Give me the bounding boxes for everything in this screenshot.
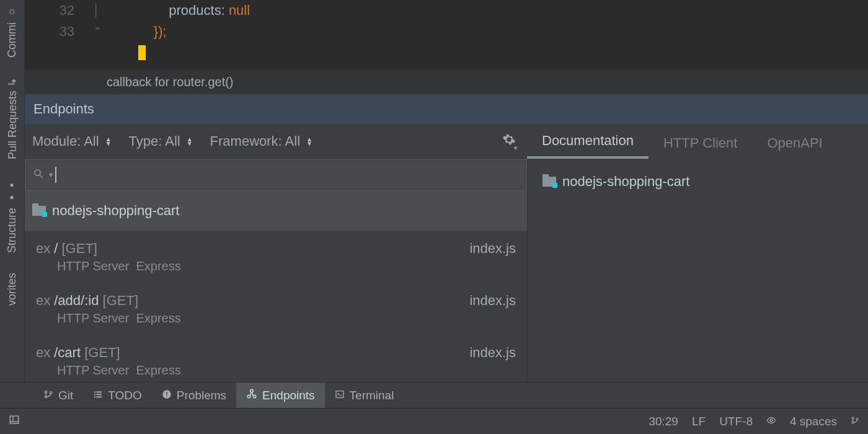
endpoint-row[interactable]: ex/ [GET] index.js HTTP Server Express [25,231,527,283]
tab-openapi[interactable]: OpenAPI [752,128,837,159]
endpoint-row[interactable]: ex/add/:id [GET] index.js HTTP Server Ex… [25,283,527,335]
eye-icon [766,415,776,425]
tool-window-title[interactable]: Endpoints [25,94,868,124]
indent [93,24,154,39]
folder-icon [32,206,46,216]
list-icon [93,389,103,402]
filter-framework[interactable]: Framework: All ▲▼ [210,133,312,149]
input-caret [55,167,56,183]
svg-rect-6 [97,391,102,392]
warning-icon [162,389,172,402]
tab-label: Terminal [350,389,394,402]
colon: : [221,2,229,18]
line-separator[interactable]: LF [692,415,706,428]
endpoint-path: / [54,241,58,256]
framework-badge: ex [36,345,50,360]
commit-icon: ○ [6,6,19,19]
svg-point-22 [852,417,854,419]
chevron-down-icon: ▾ [49,170,53,179]
svg-point-16 [250,389,254,392]
tab-http-client[interactable]: HTTP Client [649,128,752,159]
indent-setting[interactable]: 4 spaces [790,415,837,428]
bottom-tab-terminal[interactable]: Terminal [325,383,404,409]
endpoint-framework: Express [136,311,180,325]
bottom-tool-tabs: Git TODO Problems Endpoints Terminal [0,382,868,408]
line-number [25,42,74,63]
endpoint-path: /cart [54,345,81,360]
indent [93,2,169,18]
filter-module[interactable]: Module: All ▲▼ [32,133,112,149]
sort-icon: ▲▼ [105,137,112,146]
tab-label: Git [58,389,73,402]
svg-point-24 [856,418,858,420]
cursor-position[interactable]: 30:29 [649,415,678,428]
svg-rect-5 [94,391,95,392]
line-number: 32 [25,0,74,21]
endpoint-method: [GET] [103,293,138,308]
layout-icon [9,414,20,425]
endpoint-server: HTTP Server [57,259,129,273]
endpoint-method: [GET] [62,241,97,256]
svg-line-1 [40,175,43,178]
filter-type[interactable]: Type: All ▲▼ [129,133,193,149]
sidebar-tab-structure[interactable]: Structure ▪▪ [6,173,19,259]
endpoint-framework: Express [136,259,180,273]
git-branch-status[interactable] [851,415,859,428]
status-right-group: 30:29 LF UTF-8 4 spaces [649,415,859,428]
chevron-down-icon: ▾ [514,144,517,151]
gutter: 32 33 [25,0,93,63]
svg-rect-7 [94,394,95,395]
svg-rect-10 [97,396,102,397]
line-number: 33 [25,21,74,42]
sidebar-label: Pull Requests [6,91,19,159]
documentation-project-row[interactable]: nodejs-shopping-cart [542,174,853,190]
sidebar-label: Commi [6,22,19,58]
code-text: }); [154,24,167,39]
svg-point-0 [35,170,40,175]
svg-point-23 [852,422,854,423]
project-group-row[interactable]: nodejs-shopping-cart [25,191,527,231]
tab-documentation[interactable]: Documentation [527,125,649,159]
endpoints-icon [246,388,257,402]
readonly-toggle[interactable] [766,415,776,428]
documentation-pane: nodejs-shopping-cart [527,159,868,382]
null-keyword: null [229,2,250,18]
bottom-tab-todo[interactable]: TODO [83,383,152,409]
endpoints-list: nodejs-shopping-cart ex/ [GET] index.js … [25,191,527,382]
encoding[interactable]: UTF-8 [719,415,753,428]
code-area[interactable]: products: null }); [93,0,250,63]
bottom-tab-endpoints[interactable]: Endpoints [236,383,325,409]
endpoint-path: /add/:id [54,293,99,308]
sidebar-label: Structure [6,208,19,253]
bottom-tab-git[interactable]: Git [33,383,83,409]
code-editor[interactable]: 32 33 │ ⌃ products: null }); [25,0,868,71]
bottom-tab-problems[interactable]: Problems [152,383,236,409]
settings-button[interactable]: ▾ [502,133,516,150]
breadcrumb-hint[interactable]: callback for router.get() [25,69,868,94]
sidebar-tab-pull-requests[interactable]: Pull Requests ↳ [6,71,19,166]
tab-label: Endpoints [262,389,315,402]
framework-badge: ex [36,241,50,256]
sort-icon: ▲▼ [306,137,312,146]
object-key: products [169,2,221,18]
sidebar-tab-commit[interactable]: Commi ○ [6,0,19,64]
tab-label: Problems [177,389,226,402]
svg-rect-18 [10,416,19,423]
svg-rect-17 [336,391,343,397]
sidebar-label: vorites [6,273,19,306]
endpoint-row[interactable]: ex/cart [GET] index.js HTTP Server Expre… [25,335,527,382]
svg-point-3 [45,396,46,397]
terminal-icon [335,389,345,402]
tab-label: TODO [108,389,142,402]
endpoint-file: index.js [469,293,516,309]
framework-badge: ex [36,293,50,308]
filter-label: Framework: All [210,133,300,149]
svg-rect-8 [97,394,102,395]
endpoint-file: index.js [469,241,516,257]
filter-label: Type: All [129,133,180,149]
tool-windows-toggle[interactable] [9,414,20,428]
folder-icon [542,177,556,187]
svg-point-4 [50,391,51,393]
sidebar-tab-favorites[interactable]: vorites [6,267,19,312]
endpoints-search-box[interactable]: ▾ [25,159,527,191]
